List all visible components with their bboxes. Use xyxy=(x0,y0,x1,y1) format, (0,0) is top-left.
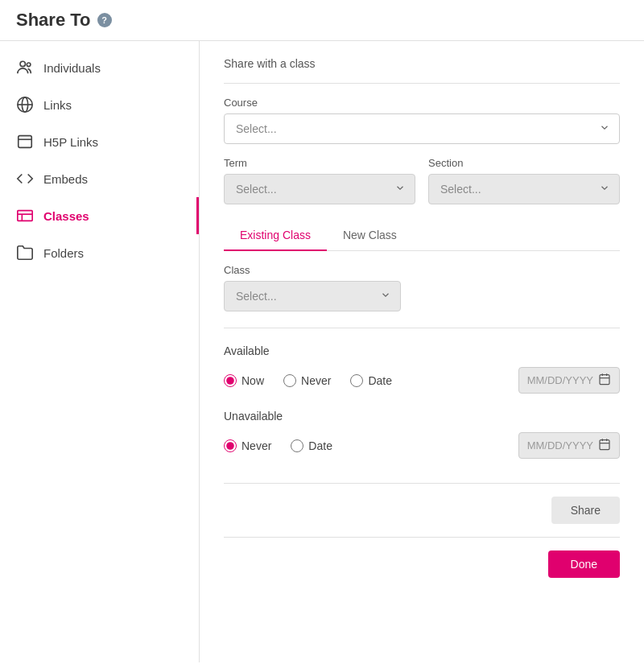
section-label: Section xyxy=(428,157,620,169)
page-title: Share To xyxy=(16,10,91,31)
class-select[interactable]: Select... xyxy=(224,281,401,311)
available-date-placeholder: MM/DD/YYYY xyxy=(527,374,593,386)
sidebar-item-links[interactable]: Links xyxy=(0,86,199,123)
available-date-label: Date xyxy=(368,374,392,387)
class-field-group: Class Select... xyxy=(224,264,620,311)
term-field-group: Term Select... xyxy=(224,157,415,204)
svg-rect-10 xyxy=(600,375,609,385)
available-calendar-icon[interactable] xyxy=(598,373,611,388)
individuals-icon xyxy=(16,59,34,76)
tab-new-class[interactable]: New Class xyxy=(327,221,413,251)
sidebar-label-individuals: Individuals xyxy=(43,61,101,75)
sidebar: Individuals Links H5P Links xyxy=(0,41,200,662)
sidebar-label-folders: Folders xyxy=(43,246,84,260)
unavailable-date-label: Date xyxy=(308,439,332,452)
svg-point-1 xyxy=(27,63,31,67)
svg-rect-5 xyxy=(19,136,32,148)
course-field-group: Course Select... xyxy=(224,97,620,144)
links-icon xyxy=(16,96,34,113)
available-never-label: Never xyxy=(301,374,331,387)
course-label: Course xyxy=(224,97,620,109)
available-date-option[interactable]: Date xyxy=(350,374,392,387)
main-layout: Individuals Links H5P Links xyxy=(0,41,644,662)
header: Share To ? xyxy=(0,0,644,41)
course-select-wrapper: Select... xyxy=(224,113,620,144)
divider-mid xyxy=(224,328,620,328)
unavailable-radio-group: Never Date xyxy=(224,439,332,452)
unavailable-never-label: Never xyxy=(242,439,271,452)
section-field-group: Section Select... xyxy=(428,157,620,204)
sidebar-item-h5p-links[interactable]: H5P Links xyxy=(0,123,199,160)
sidebar-item-embeds[interactable]: Embeds xyxy=(0,160,199,197)
embeds-icon xyxy=(16,170,34,188)
section-select-wrapper: Select... xyxy=(428,174,620,204)
tabs-row: Existing Class New Class xyxy=(224,221,620,251)
available-now-option[interactable]: Now xyxy=(224,374,264,387)
unavailable-date-input-box: MM/DD/YYYY xyxy=(518,432,620,459)
svg-rect-14 xyxy=(600,440,609,450)
divider-bottom xyxy=(224,537,620,538)
done-row: Done xyxy=(224,550,620,578)
available-title: Available xyxy=(224,344,620,357)
sidebar-item-individuals[interactable]: Individuals xyxy=(0,49,199,86)
svg-rect-7 xyxy=(18,211,32,221)
term-label: Term xyxy=(224,157,415,169)
class-select-wrapper: Select... xyxy=(224,281,401,311)
unavailable-section: Unavailable Never Date MM/DD/YYYY xyxy=(224,410,620,459)
content-area: Share with a class Course Select... Term xyxy=(200,41,644,662)
classes-icon xyxy=(16,207,34,225)
share-button[interactable]: Share xyxy=(551,497,620,524)
done-button[interactable]: Done xyxy=(548,550,620,578)
sidebar-item-folders[interactable]: Folders xyxy=(0,234,199,271)
unavailable-date-option[interactable]: Date xyxy=(291,439,332,452)
section-title: Share with a class xyxy=(224,57,620,70)
available-date-radio[interactable] xyxy=(350,374,363,387)
term-select[interactable]: Select... xyxy=(224,174,415,204)
footer-buttons: Share xyxy=(224,483,620,524)
help-icon[interactable]: ? xyxy=(97,13,112,27)
term-select-wrapper: Select... xyxy=(224,174,415,204)
available-never-radio[interactable] xyxy=(283,374,296,387)
unavailable-never-radio[interactable] xyxy=(224,439,237,452)
h5p-links-icon xyxy=(16,133,34,151)
available-now-label: Now xyxy=(242,374,264,387)
available-never-option[interactable]: Never xyxy=(283,374,331,387)
section-select[interactable]: Select... xyxy=(428,174,620,204)
sidebar-item-classes[interactable]: Classes xyxy=(0,197,199,234)
folders-icon xyxy=(16,244,34,262)
svg-point-0 xyxy=(20,61,25,66)
tab-existing-class[interactable]: Existing Class xyxy=(224,221,327,251)
class-label: Class xyxy=(224,264,620,276)
unavailable-calendar-icon[interactable] xyxy=(598,438,611,453)
sidebar-label-links: Links xyxy=(43,98,72,112)
sidebar-label-h5p-links: H5P Links xyxy=(43,135,98,149)
unavailable-row: Never Date MM/DD/YYYY xyxy=(224,432,620,459)
unavailable-never-option[interactable]: Never xyxy=(224,439,271,452)
unavailable-title: Unavailable xyxy=(224,410,620,423)
unavailable-date-radio[interactable] xyxy=(291,439,303,452)
course-select[interactable]: Select... xyxy=(224,113,620,144)
term-section-row: Term Select... Section Select.. xyxy=(224,157,620,204)
sidebar-label-classes: Classes xyxy=(43,209,89,223)
available-date-input-box: MM/DD/YYYY xyxy=(518,367,620,394)
sidebar-label-embeds: Embeds xyxy=(43,172,88,186)
available-radio-group: Now Never Date xyxy=(224,374,392,387)
divider-top xyxy=(224,83,620,84)
available-now-radio[interactable] xyxy=(224,374,237,387)
available-section: Available Now Never Date xyxy=(224,344,620,394)
unavailable-date-placeholder: MM/DD/YYYY xyxy=(527,439,593,452)
available-row: Now Never Date MM/DD/YYYY xyxy=(224,367,620,394)
